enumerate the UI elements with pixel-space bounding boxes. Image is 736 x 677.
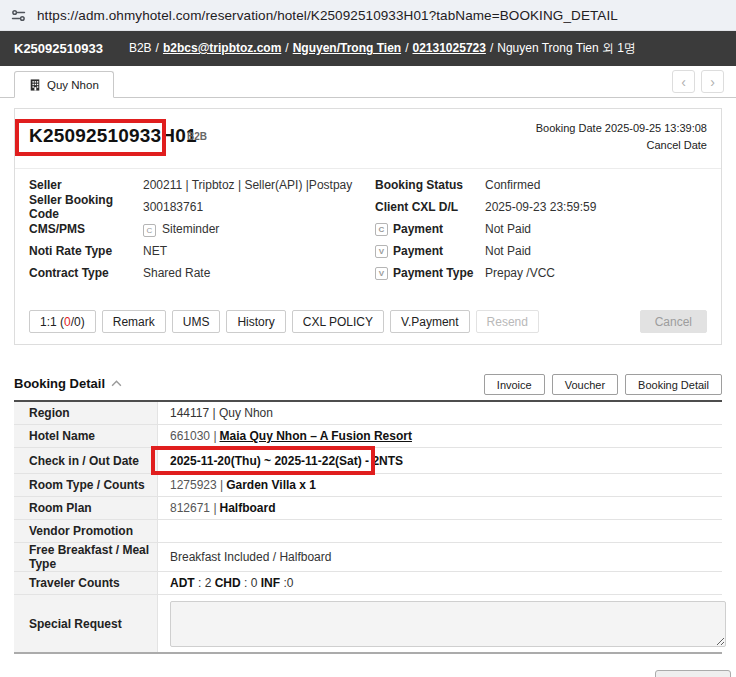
tab-quy-nhon[interactable]: Quy Nhon (14, 71, 114, 98)
table-row-checkin-checkout: Check in / Out Date 2025-11-20(Thu) ~ 20… (14, 448, 722, 474)
booking-detail-button[interactable]: Booking Detail (625, 374, 722, 395)
contact-phone-link[interactable]: 02131025723 (412, 41, 485, 55)
field-c-payment: CPayment Not Paid (375, 218, 709, 240)
c-flag-icon: C (375, 223, 388, 236)
booking-detail-table: Region 144117 | Quy Nhon Hotel Name 6610… (14, 400, 722, 654)
guest-info-line: B2B/b2bcs@tripbtoz.com/Nguyen/Trong Tien… (129, 40, 636, 57)
screen: https://adm.ohmyhotel.com/reservation/ho… (0, 0, 736, 677)
contact-name-link[interactable]: Nguyen/Trong Tien (293, 41, 401, 55)
field-v-payment: VPayment Not Paid (375, 240, 709, 262)
booking-code: K25092510933H01 (29, 125, 197, 147)
one-to-one-button[interactable]: 1:1 (0/0) (29, 310, 96, 333)
chevron-left-icon: ‹ (681, 74, 686, 90)
chevron-up-icon (111, 380, 122, 387)
c-flag-icon: C (143, 224, 156, 237)
pager-prev-button[interactable]: ‹ (672, 70, 695, 93)
invoice-button[interactable]: Invoice (484, 374, 545, 395)
field-v-payment-type: VPayment Type Prepay /VCC (375, 262, 709, 284)
url-text[interactable]: https://adm.ohmyhotel.com/reservation/ho… (37, 8, 618, 23)
table-row-free-breakfast: Free Breakfast / Meal Type Breakfast Inc… (14, 543, 722, 572)
browser-address-bar[interactable]: https://adm.ohmyhotel.com/reservation/ho… (0, 0, 736, 31)
table-row-special-request: Special Request (14, 595, 722, 652)
divider (15, 168, 721, 169)
booking-action-buttons: 1:1 (0/0) Remark UMS History CXL POLICY … (29, 310, 539, 333)
ums-button[interactable]: UMS (172, 310, 221, 333)
building-icon (29, 79, 41, 91)
resend-button[interactable]: Resend (476, 310, 539, 333)
remark-button[interactable]: Remark (102, 310, 166, 333)
cxl-policy-button[interactable]: CXL POLICY (292, 310, 384, 333)
chevron-right-icon: › (710, 74, 715, 90)
contact-email-link[interactable]: b2bcs@tripbtoz.com (163, 41, 281, 55)
booking-code-badge: B2B (187, 131, 207, 142)
reservation-topbar: K25092510933 B2B/b2bcs@tripbtoz.com/Nguy… (0, 31, 736, 66)
cancel-date-line: Cancel Date (536, 137, 707, 154)
site-settings-icon[interactable] (10, 7, 27, 24)
table-row-vendor-promotion: Vendor Promotion (14, 520, 722, 543)
booking-date-line: Booking Date 2025-09-25 13:39:08 (536, 120, 707, 137)
table-row-traveler-counts: Traveler Counts ADT : 2 CHD : 0 INF :0 (14, 572, 722, 595)
hotel-name-link[interactable]: Maia Quy Nhon – A Fusion Resort (220, 429, 412, 443)
voucher-button[interactable]: Voucher (552, 374, 618, 395)
tab-pager: ‹ › (672, 70, 724, 93)
field-noti-rate-type: Noti Rate Type NET (29, 240, 369, 262)
booking-fields-left: Seller 200211 | Tripbtoz | Seller(API) |… (29, 174, 369, 284)
channel-label: B2B (129, 41, 152, 55)
field-booking-status: Booking Status Confirmed (375, 174, 709, 196)
pager-next-button[interactable]: › (701, 70, 724, 93)
field-client-cxl-dl: Client CXL D/L 2025-09-23 23:59:59 (375, 196, 709, 218)
stay-dates-value: 2025-11-20(Thu) ~ 2025-11-22(Sat) - 2NTS (170, 454, 403, 468)
guest-summary: Nguyen Trong Tien 외 1명 (497, 41, 636, 55)
booking-detail-section-title[interactable]: Booking Detail (14, 376, 122, 391)
booking-fields-right: Booking Status Confirmed Client CXL D/L … (375, 174, 709, 284)
table-row-room-plan: Room Plan 812671 |Halfboard (14, 497, 722, 520)
special-request-input[interactable] (170, 601, 726, 647)
v-flag-icon: V (375, 245, 388, 258)
cutoff-bottom-button[interactable] (655, 670, 731, 677)
tab-bar: Quy Nhon ‹ › (0, 66, 736, 98)
field-seller-booking-code: Seller Booking Code 300183761 (29, 196, 369, 218)
table-row-room-type: Room Type / Counts 1275923 |Garden Villa… (14, 474, 722, 497)
cancel-button[interactable]: Cancel (640, 310, 707, 333)
table-row-region: Region 144117 | Quy Nhon (14, 402, 722, 425)
booking-id: K25092510933 (14, 41, 103, 56)
tab-label: Quy Nhon (47, 79, 99, 91)
booking-summary-panel: K25092510933H01 B2B Booking Date 2025-09… (14, 108, 722, 345)
booking-dates-block: Booking Date 2025-09-25 13:39:08 Cancel … (536, 120, 707, 154)
field-contract-type: Contract Type Shared Rate (29, 262, 369, 284)
field-cms-pms: CMS/PMS CSiteminder (29, 218, 369, 240)
v-flag-icon: V (375, 267, 388, 280)
table-row-hotel-name: Hotel Name 661030 |Maia Quy Nhon – A Fus… (14, 425, 722, 448)
history-button[interactable]: History (226, 310, 285, 333)
detail-action-buttons: Invoice Voucher Booking Detail (484, 374, 722, 395)
v-payment-button[interactable]: V.Payment (390, 310, 470, 333)
